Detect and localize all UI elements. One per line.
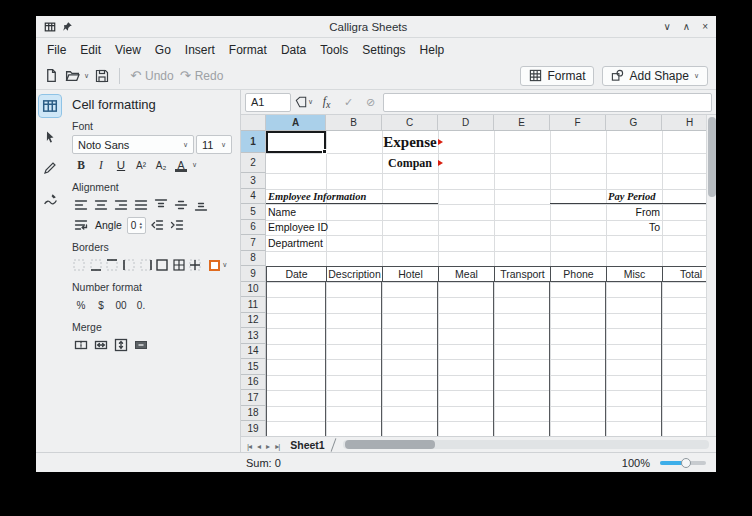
table-header-phone[interactable]: Phone [551, 267, 607, 281]
vertical-scrollbar[interactable] [706, 115, 716, 436]
formula-input[interactable] [383, 93, 712, 112]
zoom-slider-handle[interactable] [681, 458, 691, 468]
row-header-15[interactable]: 15 [241, 359, 266, 375]
table-header-meal[interactable]: Meal [439, 267, 495, 281]
merge-vertical-button[interactable] [112, 336, 130, 354]
indent-more-button[interactable] [168, 216, 186, 234]
row-header-4[interactable]: 4 [241, 189, 266, 205]
border-inner-button[interactable] [188, 256, 203, 274]
column-header-d[interactable]: D [438, 115, 494, 131]
menu-edit[interactable]: Edit [73, 41, 108, 59]
menu-data[interactable]: Data [274, 41, 313, 59]
apply-button[interactable]: ✓ [339, 93, 358, 112]
grid-corner[interactable] [241, 115, 266, 131]
titlebar[interactable]: Calligra Sheets ∨ ∧ × [36, 16, 716, 38]
row-header-17[interactable]: 17 [241, 390, 266, 406]
maximize-button[interactable]: ∧ [683, 21, 690, 32]
save-button[interactable] [95, 69, 109, 83]
cell-names-dropdown[interactable]: ∨ [294, 93, 314, 112]
row-header-14[interactable]: 14 [241, 344, 266, 360]
go-last-button[interactable]: ▸| [272, 442, 282, 451]
pin-icon[interactable] [62, 21, 73, 32]
calligraphy-tool-button[interactable] [39, 188, 61, 210]
go-first-button[interactable]: |◂ [244, 442, 254, 451]
valign-middle-button[interactable] [172, 196, 190, 214]
table-header-date[interactable]: Date [267, 267, 327, 281]
row-header-16[interactable]: 16 [241, 375, 266, 391]
bold-button[interactable]: B [72, 156, 90, 174]
minimize-button[interactable]: ∨ [664, 21, 671, 32]
go-next-button[interactable]: ▸ [263, 442, 272, 451]
border-all-button[interactable] [171, 256, 186, 274]
indent-less-button[interactable] [148, 216, 166, 234]
font-family-select[interactable]: Noto Sans ∨ [72, 135, 194, 154]
row-header-11[interactable]: 11 [241, 297, 266, 313]
column-header-e[interactable]: E [494, 115, 550, 131]
border-right-button[interactable] [138, 256, 153, 274]
spinner-arrows-icon[interactable]: ▴▾ [139, 221, 142, 229]
go-previous-button[interactable]: ◂ [254, 442, 263, 451]
row-header-3[interactable]: 3 [241, 173, 266, 189]
border-top-button[interactable] [105, 256, 120, 274]
row-header-8[interactable]: 8 [241, 251, 266, 267]
menu-file[interactable]: File [40, 41, 73, 59]
menu-view[interactable]: View [108, 41, 148, 59]
cell-reference-box[interactable]: A1 [245, 93, 291, 112]
table-header-transport[interactable]: Transport [495, 267, 551, 281]
vertical-scrollbar-thumb[interactable] [708, 117, 716, 197]
border-left-button[interactable] [122, 256, 137, 274]
underline-button[interactable]: U [112, 156, 130, 174]
redo-button[interactable]: ↷ Redo [180, 68, 224, 83]
border-none-button[interactable] [72, 256, 87, 274]
font-size-select[interactable]: 11 ∨ [196, 135, 232, 154]
sheet-tab-sheet1[interactable]: Sheet1 [282, 437, 338, 452]
row-header-2[interactable]: 2 [241, 153, 266, 173]
row-header-13[interactable]: 13 [241, 328, 266, 344]
row-header-1[interactable]: 1 [241, 131, 266, 153]
row-header-18[interactable]: 18 [241, 406, 266, 422]
decrease-precision-button[interactable]: 0. [132, 296, 150, 314]
selection-tool-button[interactable] [39, 126, 61, 148]
active-cell-selection[interactable] [266, 131, 326, 153]
menu-go[interactable]: Go [148, 41, 178, 59]
row-header-10[interactable]: 10 [241, 282, 266, 298]
close-button[interactable]: × [702, 21, 708, 32]
align-center-button[interactable] [92, 196, 110, 214]
merge-cells-button[interactable] [72, 336, 90, 354]
valign-top-button[interactable] [152, 196, 170, 214]
row-header-6[interactable]: 6 [241, 220, 266, 236]
row-header-12[interactable]: 12 [241, 313, 266, 329]
menu-insert[interactable]: Insert [178, 41, 222, 59]
superscript-button[interactable]: A² [132, 156, 150, 174]
menu-format[interactable]: Format [222, 41, 274, 59]
cancel-button[interactable]: ⊘ [361, 93, 380, 112]
merge-horizontal-button[interactable] [92, 336, 110, 354]
align-right-button[interactable] [112, 196, 130, 214]
add-shape-button[interactable]: Add Shape ∨ [602, 66, 708, 86]
row-header-7[interactable]: 7 [241, 235, 266, 251]
horizontal-scrollbar-thumb[interactable] [345, 440, 435, 449]
table-header-description[interactable]: Description [327, 267, 383, 281]
unmerge-button[interactable] [132, 336, 150, 354]
horizontal-scrollbar[interactable] [343, 440, 709, 449]
border-color-button[interactable]: ∨ [205, 256, 232, 274]
table-header-hotel[interactable]: Hotel [383, 267, 439, 281]
menu-help[interactable]: Help [413, 41, 452, 59]
menu-tools[interactable]: Tools [313, 41, 355, 59]
increase-precision-button[interactable]: 00 [112, 296, 130, 314]
open-document-button[interactable]: ∨ [65, 68, 89, 83]
pen-tool-button[interactable] [39, 157, 61, 179]
percent-format-button[interactable]: % [72, 296, 90, 314]
align-left-button[interactable] [72, 196, 90, 214]
subscript-button[interactable]: A₂ [152, 156, 170, 174]
row-header-9[interactable]: 9 [241, 266, 266, 282]
currency-format-button[interactable]: $ [92, 296, 110, 314]
column-header-g[interactable]: G [606, 115, 662, 131]
row-header-5[interactable]: 5 [241, 204, 266, 220]
menu-settings[interactable]: Settings [355, 41, 412, 59]
spreadsheet-grid[interactable]: ABCDEFGH12345678910111213141516171819Dat… [241, 115, 716, 436]
valign-bottom-button[interactable] [192, 196, 210, 214]
zoom-slider[interactable] [660, 461, 706, 465]
undo-button[interactable]: ↶ Undo [130, 68, 174, 83]
font-color-button[interactable]: A [172, 156, 190, 174]
